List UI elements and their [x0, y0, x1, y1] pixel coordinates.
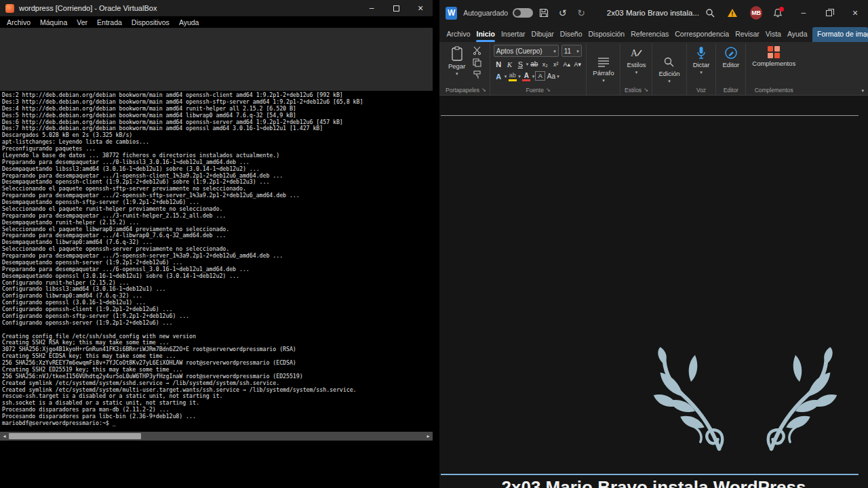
- search-button[interactable]: [702, 3, 718, 22]
- ribbon-tab-bar: Archivo Inicio Insertar Dibujar Diseño D…: [439, 26, 868, 42]
- close-button[interactable]: [842, 0, 868, 26]
- tab-inicio[interactable]: Inicio: [473, 27, 498, 42]
- tab-insertar[interactable]: Insertar: [498, 27, 528, 42]
- chevron-down-icon[interactable]: [532, 74, 535, 79]
- menu-entrada[interactable]: Entrada: [97, 18, 127, 26]
- tab-correspondencia[interactable]: Correspondencia: [672, 27, 732, 42]
- tab-dibujar[interactable]: Dibujar: [528, 27, 557, 42]
- font-size-combo[interactable]: 11: [561, 45, 582, 57]
- underline-button[interactable]: S: [515, 58, 526, 69]
- restore-button[interactable]: [816, 0, 842, 26]
- dialog-launcher-icon[interactable]: [644, 87, 648, 93]
- tab-formato-de-imagen[interactable]: Formato de imagen: [812, 27, 868, 42]
- menu-ver[interactable]: Ver: [77, 18, 93, 26]
- addins-icon: [768, 46, 780, 58]
- bold-button[interactable]: N: [494, 58, 504, 69]
- minimize-button[interactable]: [359, 0, 384, 16]
- tab-disposicion[interactable]: Disposición: [585, 27, 628, 42]
- microphone-icon: [696, 46, 707, 60]
- tab-revisar[interactable]: Revisar: [732, 27, 763, 42]
- undo-icon: [559, 7, 567, 19]
- chevron-down-icon[interactable]: [557, 74, 559, 79]
- editor-button[interactable]: Editor: [719, 45, 742, 70]
- heading-divider-line: [441, 474, 859, 475]
- horizontal-scrollbar[interactable]: ◂ ▸: [0, 432, 433, 441]
- editing-label: Edición: [658, 70, 679, 77]
- close-button[interactable]: [408, 0, 433, 16]
- strikethrough-button[interactable]: ab: [529, 58, 539, 69]
- search-icon: [705, 8, 715, 18]
- scroll-right-arrow[interactable]: ▸: [424, 432, 433, 441]
- flourish-ornament-left[interactable]: [651, 347, 734, 454]
- tab-referencias[interactable]: Referencias: [628, 27, 672, 42]
- notifications-button[interactable]: [770, 5, 785, 21]
- document-heading[interactable]: 2x03 Mario Bravo instala WordPress: [439, 477, 868, 488]
- menu-archivo[interactable]: Archivo: [7, 18, 36, 26]
- font-group-label: Fuente: [526, 87, 543, 94]
- undo-button[interactable]: [555, 3, 571, 22]
- collapse-ribbon-button[interactable]: [861, 88, 864, 93]
- menu-maquina[interactable]: Máquina: [40, 18, 73, 26]
- avatar[interactable]: MB: [750, 6, 762, 20]
- document-title[interactable]: 2x03 Mario Bravo instala...: [607, 9, 699, 17]
- close-icon: [418, 3, 423, 14]
- dialog-launcher-icon[interactable]: [546, 87, 551, 93]
- italic-button[interactable]: K: [505, 58, 515, 69]
- brush-icon: [473, 70, 481, 79]
- tab-ayuda[interactable]: Ayuda: [784, 27, 810, 42]
- addins-group-label: Complementos: [755, 87, 793, 94]
- svg-text:A: A: [631, 48, 638, 58]
- scroll-left-arrow[interactable]: ◂: [0, 432, 9, 441]
- copy-button[interactable]: [471, 57, 483, 68]
- maximize-button[interactable]: [384, 0, 408, 16]
- tab-archivo[interactable]: Archivo: [443, 27, 473, 42]
- minimize-icon: [802, 8, 806, 18]
- document-canvas[interactable]: 2x03 Mario Bravo instala WordPress: [439, 96, 868, 488]
- group-fuente: Aptos (Cuerpo) 11 N K S ab x₂ x²: [490, 43, 587, 95]
- group-editor: Editor Editor: [716, 43, 746, 95]
- word-titlebar: Autoguardado 2x03 Mario Bravo instala...…: [439, 0, 868, 26]
- paragraph-lines-icon: [597, 57, 610, 68]
- tab-vista[interactable]: Vista: [762, 27, 784, 42]
- redo-button[interactable]: [573, 3, 589, 22]
- vm-display-margin: [0, 28, 433, 91]
- chevron-down-icon[interactable]: [505, 74, 507, 79]
- text-effects-button[interactable]: A: [494, 70, 504, 81]
- word-window: Autoguardado 2x03 Mario Bravo instala...…: [439, 0, 868, 488]
- font-color-button[interactable]: A: [521, 70, 532, 81]
- save-button[interactable]: [536, 3, 552, 22]
- shading-button[interactable]: A: [535, 71, 545, 81]
- styles-button[interactable]: A Estilos: [624, 45, 648, 76]
- flourish-ornament-right[interactable]: [757, 347, 840, 454]
- highlight-color-button[interactable]: ab: [507, 70, 517, 81]
- menu-ayuda[interactable]: Ayuda: [179, 18, 205, 26]
- terminal-screen[interactable]: Des:2 http://deb.debian.org/debian bookw…: [0, 91, 433, 432]
- menu-dispositivos[interactable]: Dispositivos: [132, 18, 175, 26]
- addins-button[interactable]: Complementos: [749, 45, 798, 68]
- format-painter-button[interactable]: [471, 69, 483, 81]
- paste-button[interactable]: Pegar: [446, 45, 468, 81]
- group-voz: Dictar Voz: [687, 43, 717, 95]
- superscript-button[interactable]: x²: [551, 58, 561, 69]
- font-name-combo[interactable]: Aptos (Cuerpo): [494, 45, 559, 57]
- grow-font-button[interactable]: A▴: [561, 58, 572, 69]
- subscript-button[interactable]: x₂: [540, 58, 550, 69]
- chevron-down-icon: [602, 78, 605, 83]
- dialog-launcher-icon[interactable]: [481, 87, 486, 93]
- change-case-button[interactable]: Aa: [546, 70, 556, 81]
- chevron-down-icon[interactable]: [526, 62, 529, 66]
- dictate-button[interactable]: Dictar: [690, 45, 713, 76]
- license-warning-button[interactable]: [725, 3, 741, 22]
- editing-menu-button[interactable]: Edición: [656, 55, 682, 85]
- minimize-button[interactable]: [791, 0, 816, 26]
- restore-icon: [826, 10, 832, 16]
- cut-button[interactable]: [471, 45, 483, 56]
- paragraph-menu-button[interactable]: Párrafo: [590, 56, 616, 84]
- shrink-font-button[interactable]: A▾: [572, 58, 583, 69]
- autosave-toggle[interactable]: [513, 8, 533, 18]
- scrollbar-thumb[interactable]: [9, 433, 141, 439]
- chevron-down-icon[interactable]: [518, 74, 521, 79]
- chevron-right-icon[interactable]: [864, 31, 867, 39]
- tab-diseno[interactable]: Diseño: [557, 27, 585, 42]
- chevron-down-icon: [668, 79, 671, 83]
